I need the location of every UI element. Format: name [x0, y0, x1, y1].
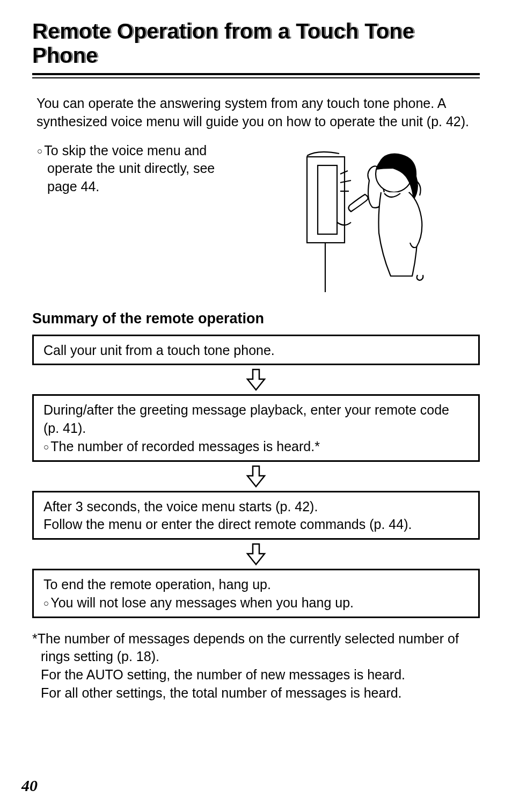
- flow-step-text: Call your unit from a touch tone phone.: [43, 342, 469, 360]
- manual-page: Remote Operation from a Touch Tone Phone…: [0, 0, 512, 812]
- skip-note-item: To skip the voice menu and operate the u…: [32, 142, 242, 196]
- flow-step-4: To end the remote operation, hang up. Yo…: [32, 569, 480, 618]
- down-arrow-icon: [32, 365, 480, 394]
- down-arrow-icon: [32, 540, 480, 569]
- page-title: Remote Operation from a Touch Tone Phone: [32, 19, 480, 68]
- page-number: 40: [21, 777, 38, 795]
- flow-step-1: Call your unit from a touch tone phone.: [32, 335, 480, 366]
- flow-step-text: Follow the menu or enter the direct remo…: [43, 516, 469, 534]
- flow-step-text: To end the remote operation, hang up.: [43, 576, 469, 594]
- title-rule: [32, 73, 480, 78]
- svg-rect-1: [318, 165, 337, 234]
- flow-step-sublist: You will not lose any messages when you …: [43, 594, 469, 612]
- footnote-line: For all other settings, the total number…: [32, 684, 480, 702]
- section-heading: Summary of the remote operation: [32, 310, 480, 327]
- illustration-woman-phone-icon: [252, 142, 480, 292]
- skip-note-list: To skip the voice menu and operate the u…: [32, 142, 242, 196]
- footnote-line: For the AUTO setting, the number of new …: [32, 666, 480, 684]
- down-arrow-icon: [32, 462, 480, 491]
- footnote: *The number of messages depends on the c…: [32, 630, 480, 666]
- flow-step-sublist: The number of recorded messages is heard…: [43, 438, 469, 456]
- flow-step-text: After 3 seconds, the voice menu starts (…: [43, 498, 469, 516]
- flow-step-subitem: You will not lose any messages when you …: [43, 594, 469, 612]
- intro-row: To skip the voice menu and operate the u…: [32, 142, 480, 298]
- flow-step-subitem: The number of recorded messages is heard…: [43, 438, 469, 456]
- intro-paragraph: You can operate the answering system fro…: [36, 95, 480, 131]
- flow-step-3: After 3 seconds, the voice menu starts (…: [32, 491, 480, 540]
- flow-step-2: During/after the greeting message playba…: [32, 394, 480, 461]
- flow-step-text: During/after the greeting message playba…: [43, 401, 469, 438]
